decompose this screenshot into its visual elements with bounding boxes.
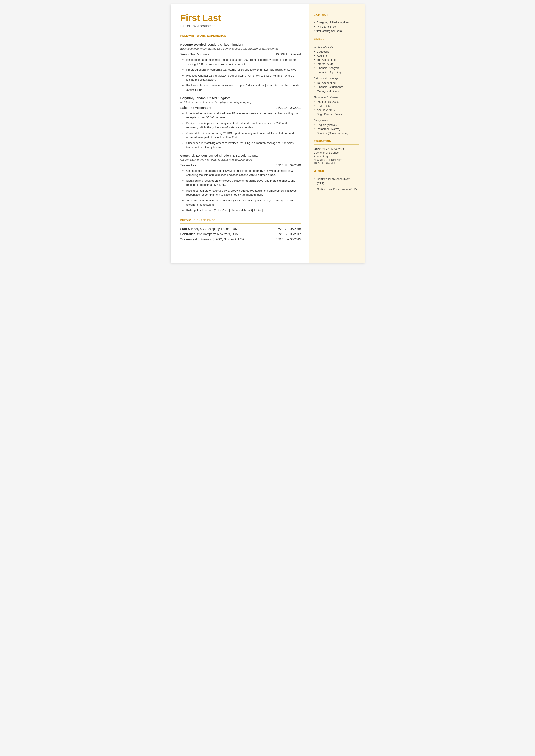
skill-romanian: Romanian (Native) bbox=[314, 127, 359, 130]
contact-title: CONTACT bbox=[314, 13, 359, 16]
bullet-list-1: Researched and recovered unpaid taxes fr… bbox=[180, 58, 301, 92]
edu-location: New York City, New York bbox=[314, 158, 359, 161]
skill-financial-statements: Financial Statements bbox=[314, 85, 359, 89]
skill-financial-reporting: Financial Reporting bbox=[314, 70, 359, 74]
role-date-3: 06/2018 – 07/2019 bbox=[276, 164, 301, 167]
other-title: OTHER bbox=[314, 169, 359, 172]
other-item-2: Certified Tax Professional (CTP). bbox=[314, 187, 359, 191]
relevant-work-divider bbox=[180, 39, 301, 39]
company-desc-3: Career training and membership SaaS with… bbox=[180, 158, 301, 161]
relevant-work-title: RELEVANT WORK EXPERIENCE bbox=[180, 34, 301, 37]
contact-section: CONTACT Glasgow, United Kingdom +44 1234… bbox=[314, 13, 359, 33]
role-header-1: Senior Tax Accountant 09/2021 – Present bbox=[180, 52, 301, 56]
skill-accurate-nxg: Accurate NXG bbox=[314, 108, 359, 112]
skill-budgeting: Budgeting bbox=[314, 50, 359, 53]
right-column: CONTACT Glasgow, United Kingdom +44 1234… bbox=[309, 4, 365, 263]
prev-company-3: Tax Analyst (Internship), ABC, New York,… bbox=[180, 238, 276, 241]
skills-cat-tools: Tools and Software: bbox=[314, 96, 359, 99]
bullet-2-2: Designed and implemented a system that r… bbox=[183, 121, 301, 129]
skill-internal-audit: Internal Audit bbox=[314, 62, 359, 66]
contact-divider bbox=[314, 18, 359, 18]
resume-container: First Last Senior Tax Accountant RELEVAN… bbox=[171, 4, 365, 263]
skills-title: SKILLS bbox=[314, 37, 359, 41]
role-header-2: Sales Tax Accountant 08/2019 – 08/2021 bbox=[180, 106, 301, 109]
bullet-2-1: Examined, organized, and filed over 1K r… bbox=[183, 111, 301, 120]
bullet-3-4: Assessed and obtained an additional $200… bbox=[183, 199, 301, 207]
company-name-1: Resume Worded, London, United Kingdom bbox=[180, 43, 243, 46]
skill-spanish: Spanish (Conversational) bbox=[314, 131, 359, 135]
job-title-main: Senior Tax Accountant bbox=[180, 24, 301, 28]
bullet-3-5: Bullet points in format [Action Verb] [A… bbox=[183, 209, 301, 213]
company-desc-2: NYSE-listed recruitment and employer bra… bbox=[180, 100, 301, 104]
skills-cat-industry: Industry Knowledge: bbox=[314, 77, 359, 80]
skill-tax-accounting-2: Tax Accounting bbox=[314, 81, 359, 84]
prev-company-1: Staff Auditor, ABC Company, London, UK bbox=[180, 227, 276, 231]
education-section: EDUCATION University of New York Bachelo… bbox=[314, 139, 359, 164]
bullet-1-1: Researched and recovered unpaid taxes fr… bbox=[183, 58, 301, 66]
role-title-1: Senior Tax Accountant bbox=[180, 52, 212, 56]
prev-exp-row-3: Tax Analyst (Internship), ABC, New York,… bbox=[180, 238, 301, 241]
bullet-1-2: Prepared quarterly corporate tax returns… bbox=[183, 68, 301, 72]
company-header-1: Resume Worded, London, United Kingdom bbox=[180, 43, 301, 46]
bullet-list-2: Examined, organized, and filed over 1K r… bbox=[180, 111, 301, 149]
bullet-2-3: Assisted the firm in preparing 26 IRS re… bbox=[183, 131, 301, 139]
company-header-2: Polyhire, London, United Kingdom bbox=[180, 96, 301, 100]
contact-item-3: first.last@gmail.com bbox=[314, 29, 359, 33]
contact-item-2: +44 123456789 bbox=[314, 25, 359, 28]
skills-cat-languages: Languages: bbox=[314, 119, 359, 122]
bullet-3-2: Identified and resolved 21 employee viol… bbox=[183, 179, 301, 187]
company-desc-1: Education technology startup with 50+ em… bbox=[180, 47, 301, 50]
skill-sage: Sage BusinessWorks bbox=[314, 113, 359, 116]
company-name-2: Polyhire, London, United Kingdom bbox=[180, 96, 231, 100]
bullet-1-3: Reduced Chapter 11 bankruptcy proof-of-c… bbox=[183, 73, 301, 82]
name: First Last bbox=[180, 13, 301, 23]
role-date-2: 08/2019 – 08/2021 bbox=[276, 106, 301, 109]
other-item-1: Certified Public Accountant (CPA). bbox=[314, 177, 359, 185]
education-divider bbox=[314, 144, 359, 145]
job-block-2: Polyhire, London, United Kingdom NYSE-li… bbox=[180, 96, 301, 149]
education-title: EDUCATION bbox=[314, 139, 359, 143]
edu-school: University of New York bbox=[314, 147, 359, 151]
company-header-3: Growthsi, London, United Kingdom & Barce… bbox=[180, 154, 301, 157]
company-name-3: Growthsi, London, United Kingdom & Barce… bbox=[180, 154, 260, 157]
role-date-1: 09/2021 – Present bbox=[276, 53, 301, 56]
edu-date: 10/2011 - 06/2014 bbox=[314, 161, 359, 164]
skill-tax-accounting: Tax Accounting bbox=[314, 58, 359, 61]
edu-degree: Bachelor of Science bbox=[314, 151, 359, 154]
job-block-3: Growthsi, London, United Kingdom & Barce… bbox=[180, 154, 301, 213]
prev-date-3: 07/2014 – 05/2015 bbox=[276, 238, 301, 241]
bullet-list-3: Championed the acquisition of $25M of un… bbox=[180, 169, 301, 213]
skill-auditing: Auditing bbox=[314, 54, 359, 57]
prev-exp-row-2: Controller, XYZ Company, New York, USA 0… bbox=[180, 232, 301, 236]
skill-managerial-finance: Managerial Finance bbox=[314, 90, 359, 93]
prev-exp-row-1: Staff Auditor, ABC Company, London, UK 0… bbox=[180, 227, 301, 231]
edu-field: Accounting bbox=[314, 155, 359, 158]
bullet-3-3: Increased company revenues by $790K via … bbox=[183, 188, 301, 197]
prev-date-2: 06/2016 – 05/2017 bbox=[276, 232, 301, 236]
left-column: First Last Senior Tax Accountant RELEVAN… bbox=[171, 4, 309, 263]
skills-section: SKILLS Technical Skills: Budgeting Audit… bbox=[314, 37, 359, 135]
skill-financial-analysis: Financial Analysis bbox=[314, 66, 359, 70]
skill-english: English (Native) bbox=[314, 123, 359, 126]
skill-quickbooks: Intuit QuickBooks bbox=[314, 100, 359, 103]
previous-exp-title: PREVIOUS EXPERIENCE bbox=[180, 218, 301, 222]
prev-date-1: 06/2017 – 05/2018 bbox=[276, 227, 301, 231]
contact-item-1: Glasgow, United Kingdom bbox=[314, 21, 359, 24]
role-title-2: Sales Tax Accountant bbox=[180, 106, 211, 109]
skill-ibm-spss: IBM SPSS bbox=[314, 104, 359, 107]
bullet-3-1: Championed the acquisition of $25M of un… bbox=[183, 169, 301, 177]
role-header-3: Tax Auditor 06/2018 – 07/2019 bbox=[180, 163, 301, 167]
job-block-1: Resume Worded, London, United Kingdom Ed… bbox=[180, 43, 301, 92]
skills-cat-technical: Technical Skills: bbox=[314, 45, 359, 49]
previous-exp-divider bbox=[180, 223, 301, 224]
skills-divider bbox=[314, 42, 359, 42]
prev-company-2: Controller, XYZ Company, New York, USA bbox=[180, 232, 276, 236]
bullet-2-4: Succeeded in matching orders to invoices… bbox=[183, 141, 301, 149]
bullet-1-4: Reviewed the state income tax returns to… bbox=[183, 83, 301, 92]
other-section: OTHER Certified Public Accountant (CPA).… bbox=[314, 169, 359, 191]
role-title-3: Tax Auditor bbox=[180, 163, 196, 167]
